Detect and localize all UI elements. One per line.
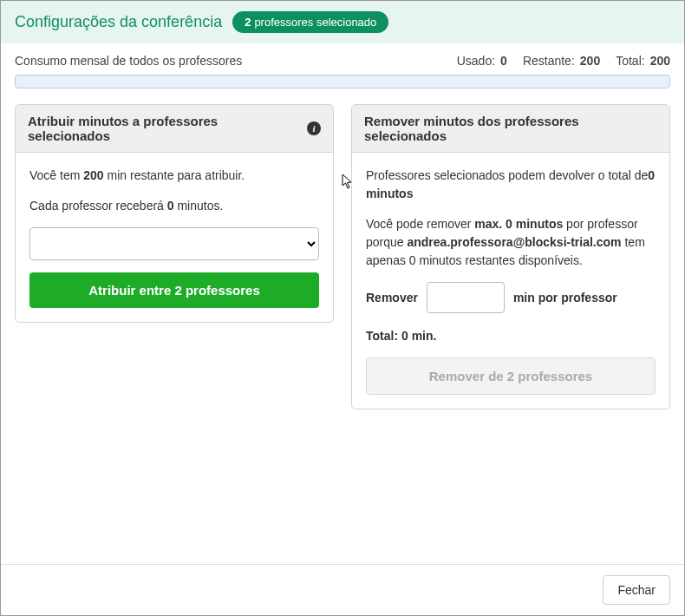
info-icon[interactable]: i <box>307 121 321 135</box>
remove-input-row: Remover min por professor <box>366 282 656 313</box>
remove-minutes-input[interactable] <box>427 282 505 313</box>
remove-max-text: Você pode remover max. 0 minutos por pro… <box>366 215 656 270</box>
modal-header: Configurações da conferência 2 professor… <box>1 1 684 43</box>
assign-panel: Atribuir minutos a professores seleciona… <box>15 104 334 323</box>
assign-each-text: Cada professor receberá 0 minutos. <box>29 197 319 215</box>
modal-footer: Fechar <box>1 564 684 615</box>
badge-text: professores selecionado <box>254 16 376 29</box>
assign-panel-header: Atribuir minutos a professores seleciona… <box>16 105 333 153</box>
close-button[interactable]: Fechar <box>603 575 670 605</box>
usage-total: Total:200 <box>616 54 670 68</box>
usage-label: Consumo mensal de todos os professores <box>15 54 242 68</box>
selection-badge: 2 professores selecionado <box>232 11 388 33</box>
remove-label-post: min por professor <box>513 291 617 305</box>
remove-panel: Remover minutos dos professores selecion… <box>351 104 670 410</box>
usage-progress-bar <box>15 75 670 88</box>
minutes-select[interactable] <box>29 227 319 260</box>
usage-used: Usado:0 <box>457 54 507 68</box>
remove-panel-title: Remover minutos dos professores selecion… <box>364 114 657 143</box>
modal-title: Configurações da conferência <box>15 13 222 31</box>
remove-panel-header: Remover minutos dos professores selecion… <box>352 105 669 153</box>
usage-remaining: Restante:200 <box>523 54 600 68</box>
badge-count: 2 <box>245 16 251 29</box>
assign-remaining-text: Você tem 200 min restante para atribuir. <box>29 167 319 185</box>
remove-label-pre: Remover <box>366 291 418 305</box>
remove-return-text: Professores selecionados podem devolver … <box>366 167 656 203</box>
panels-container: Atribuir minutos a professores seleciona… <box>1 88 684 425</box>
usage-stats: Usado:0 Restante:200 Total:200 <box>457 54 670 68</box>
remove-button[interactable]: Remover de 2 professores <box>366 357 656 395</box>
assign-button[interactable]: Atribuir entre 2 professores <box>29 272 319 308</box>
assign-panel-body: Você tem 200 min restante para atribuir.… <box>16 153 333 322</box>
remove-panel-body: Professores selecionados podem devolver … <box>352 153 669 409</box>
assign-panel-title: Atribuir minutos a professores seleciona… <box>28 114 300 143</box>
usage-row: Consumo mensal de todos os professores U… <box>1 43 684 75</box>
remove-total-text: Total: 0 min. <box>366 327 656 345</box>
